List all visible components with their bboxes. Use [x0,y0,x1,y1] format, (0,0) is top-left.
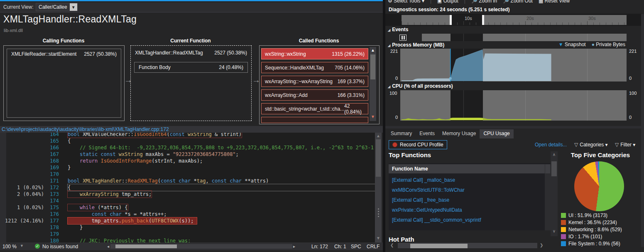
table-row[interactable]: [External Call] _free_base [389,195,545,205]
open-details-link[interactable]: Open details... [535,142,567,148]
code-line[interactable]: 1 (0.02%)172{ [0,184,375,191]
scrollbar-thumb[interactable] [370,54,375,79]
table-row[interactable]: wxPrivate::GetUntypedNullData [389,205,545,215]
called-functions-scrollbar[interactable]: ▲ ▼ [370,47,376,121]
tab-events[interactable]: Events [416,129,438,138]
code-line[interactable]: 168 return IsGoodIntForRange(strInt, max… [0,158,375,164]
called-function-row-selected[interactable]: wxString::wxString 1315 (26.22%) [261,48,368,59]
private-bytes-legend[interactable]: ● Private Bytes [592,42,625,47]
chevron-down-icon[interactable]: ▼ [70,3,77,11]
code-line[interactable]: 180 // JKC: Previously the next line was… [0,237,375,242]
zoom-level[interactable]: 100 % [2,244,17,250]
editor-horizontal-scrollbar[interactable]: ◂ ▸ [107,244,296,249]
scrollbar-thumb[interactable] [410,244,468,248]
code-line[interactable]: 2 (0.04%)173 wxArrayString tmp_attrs; [0,191,375,198]
code-line[interactable]: 1212 (24.16%)177 tmp_attrs.push_back(UTF… [0,217,375,224]
collapse-triangle-icon[interactable]: ◢ [388,85,390,89]
timeline-ruler[interactable]: 10s20s30s [385,14,642,26]
scrollbar-thumb[interactable] [551,161,557,176]
tab-cpu-usage[interactable]: CPU Usage [480,129,513,138]
caller-callee-pane: Current View: Caller/Callee ▼ XMLTagHand… [0,0,383,252]
scroll-up-icon[interactable]: ▲ [370,48,376,52]
reset-view-button[interactable]: ▦ Reset View [539,0,570,4]
called-function-row[interactable]: std::basic_string<wchar_t,std::cha... 42… [261,103,368,114]
scroll-down-icon[interactable]: ∨ [551,229,558,233]
scrollbar-thumb[interactable] [115,245,177,248]
categories-filter-button[interactable]: ▽Categories ▾ [574,142,608,148]
scrollbar-thumb[interactable] [376,139,381,177]
code-line[interactable]: 176 const char *s = *attrs++; [0,211,375,217]
scroll-down-icon[interactable]: ▼ [375,236,382,240]
zoom-out-button[interactable]: 🔎 Zoom Out [503,0,533,4]
code-line[interactable]: 171bool XMLTagHandler::ReadXMLTag(const … [0,178,375,184]
events-track[interactable] [422,34,627,41]
collapse-triangle-icon[interactable]: ◢ [388,44,390,47]
pane-splitter-grip[interactable] [377,208,380,219]
called-function-row[interactable]: Sequence::HandleXMLTag 705 (14.06%) [261,62,368,73]
table-row[interactable]: [External Call] _malloc_base [389,175,545,185]
zoom-in-button[interactable]: 🔎 Zoom In [471,0,497,4]
cpu-axis-min-right: 0 [629,115,632,120]
tab-summary[interactable]: Summary [387,129,416,138]
filter-button[interactable]: ▽Filter ▾ [615,142,635,148]
pane-right-scrollbar[interactable] [641,14,644,247]
scroll-right-icon[interactable]: ❯ [540,243,543,247]
cpu-chart[interactable] [400,90,627,121]
code-line[interactable]: 169} [0,164,375,171]
record-cpu-profile-button[interactable]: Record CPU Profile [389,140,447,149]
scroll-down-icon[interactable]: ▼ [370,114,376,119]
function-samples: 42 (0.84%) [344,103,365,115]
tab-memory-usage[interactable]: Memory Usage [438,129,480,138]
code-line[interactable]: 165{ [0,138,375,144]
editor-vertical-scrollbar[interactable]: ▲ ▼ [375,133,382,242]
table-vertical-scrollbar[interactable] [545,164,551,230]
table-row[interactable]: [External Call] __stdio_common_vsprintf [389,215,545,225]
selection-handle[interactable] [482,15,484,25]
code-line[interactable]: 164bool XMLValueChecker::IsGoodInt64(con… [0,133,375,138]
function-body-row[interactable]: Function Body 24 (0.48%) [134,62,248,73]
scrollbar-thumb[interactable] [545,164,550,173]
status-line-endings[interactable]: CRLF [367,244,380,250]
selection-handle[interactable] [450,15,452,25]
scroll-left-icon[interactable]: ◂ [107,244,109,249]
called-function-row-partial[interactable] [261,117,368,123]
table-row[interactable]: wxMBConvStrictUTF8::ToWChar [389,185,545,195]
memory-section-header[interactable]: ◢Process Memory (MB) [388,42,444,48]
called-function-row[interactable]: wxArrayString::Add 166 (3.31%) [261,89,368,101]
ruler-band[interactable]: 10s20s30s [402,15,627,25]
code-line[interactable]: 166 // Signed 64-bit: -9,223,372,036,854… [0,144,375,151]
zoom-caret-icon[interactable]: ▼ [20,244,24,248]
cpu-section-header[interactable]: ◢CPU (% of all processors) [388,83,453,89]
categories-pie-chart[interactable] [574,161,624,211]
output-button[interactable]: ▣ Output [437,0,458,4]
code-line[interactable]: 170 [0,171,375,178]
scroll-up-icon[interactable]: ▲ [375,133,382,138]
events-section-header[interactable]: ◢Events [388,27,409,32]
funnel-icon: ▽ [615,142,619,148]
page-title: XMLTagHandler::ReadXMLTag [3,14,137,25]
line-number: 179 [46,231,59,237]
view-select[interactable]: Caller/Callee ▼ [36,3,78,11]
details-horizontal-scrollbar[interactable]: ❮ ❯ [389,242,546,249]
code-line[interactable]: 1 (0.02%)175 while (*attrs) { [0,204,375,211]
current-function-row[interactable]: XMLTagHandler::ReadXMLTag 2527 (50.38%) [131,48,251,58]
line-number: 166 [46,144,59,151]
scroll-right-icon[interactable]: ▸ [293,244,295,249]
code-line[interactable]: 179 [0,231,375,237]
calling-function-row[interactable]: XMLFileReader::startElement 2527 (50.38%… [7,49,121,59]
code-editor[interactable]: 164bool XMLValueChecker::IsGoodInt64(con… [0,133,375,242]
snapshot-legend[interactable]: ▼ Snapshot [558,42,586,47]
scroll-up-icon[interactable]: ∧ [551,152,558,157]
select-tools-button[interactable]: ⚙ Select Tools ▾ [388,0,424,4]
file-path-link[interactable]: C:\devel\projects\audacity\audacity\libr… [2,126,169,133]
status-spaces[interactable]: SPC [351,244,361,250]
code-line[interactable]: 167 static const wxString maxAbs = "9223… [0,151,375,158]
scroll-left-icon[interactable]: ❮ [390,243,394,247]
code-line[interactable]: 174 [0,198,375,204]
called-function-row[interactable]: wxArrayString::~wxArrayString 169 (3.37%… [261,76,368,87]
table-column-header[interactable]: Function Name [389,164,545,173]
collapse-triangle-icon[interactable]: ◢ [388,28,390,32]
memory-chart[interactable] [400,49,627,82]
details-vertical-scrollbar[interactable]: ∧ ∨ [551,151,558,236]
code-line[interactable]: 178 } [0,224,375,231]
